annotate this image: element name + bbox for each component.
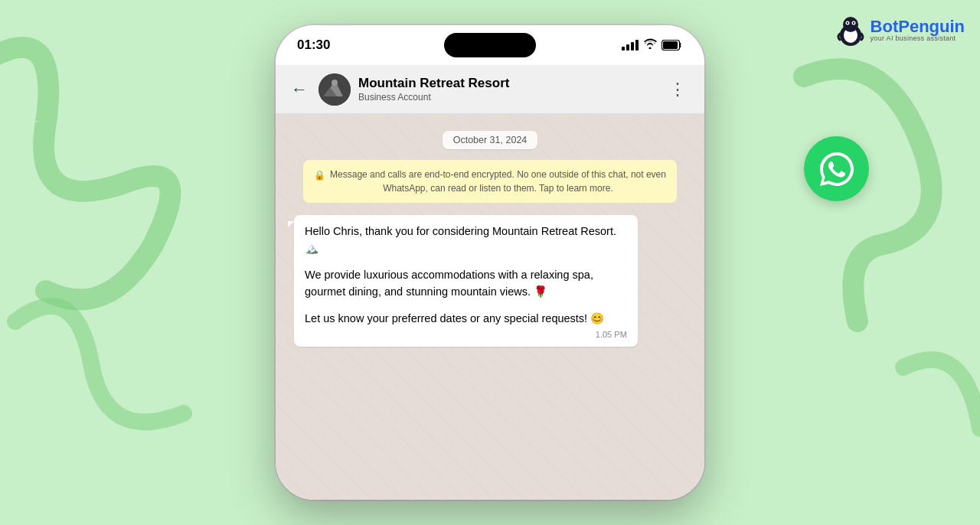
message-bubble: Hello Chris, thank you for considering M… xyxy=(294,215,638,347)
dynamic-island xyxy=(444,33,536,57)
botpenguin-logo: BotPenguin your AI business assistant xyxy=(835,14,965,47)
botpenguin-name: BotPenguin xyxy=(871,18,965,35)
wifi-icon xyxy=(643,38,657,52)
message-text: Hello Chris, thank you for considering M… xyxy=(305,223,627,327)
whatsapp-bubble xyxy=(804,136,869,201)
botpenguin-tagline: your AI business assistant xyxy=(871,35,965,43)
chat-area: October 31, 2024 🔒 Message and calls are… xyxy=(276,114,704,500)
lock-icon: 🔒 xyxy=(314,168,325,182)
encryption-notice[interactable]: 🔒 Message and calls are end-to-end encry… xyxy=(303,160,677,203)
status-bar: 01:30 xyxy=(276,25,704,65)
bot-text: Bot xyxy=(871,17,899,36)
chat-header: ← Mountain Retreat Resort Business Accou… xyxy=(276,65,704,114)
phone-frame: 01:30 xyxy=(276,25,704,500)
svg-point-2 xyxy=(843,17,858,32)
battery-icon xyxy=(662,40,683,51)
svg-point-12 xyxy=(332,80,338,86)
date-badge-label: October 31, 2024 xyxy=(443,131,538,149)
penguin-text: Penguin xyxy=(898,17,965,36)
chat-content: October 31, 2024 🔒 Message and calls are… xyxy=(276,114,704,356)
svg-point-5 xyxy=(846,22,848,24)
message-paragraph-1: Hello Chris, thank you for considering M… xyxy=(305,223,627,257)
menu-button[interactable]: ⋮ xyxy=(663,77,692,103)
encryption-text: Message and calls are end-to-end encrypt… xyxy=(330,168,666,195)
svg-rect-8 xyxy=(663,41,678,49)
status-icons xyxy=(622,38,683,52)
status-time: 01:30 xyxy=(297,38,330,53)
botpenguin-brand-text: BotPenguin your AI business assistant xyxy=(871,18,965,43)
message-paragraph-2: We provide luxurious accommodations with… xyxy=(305,266,627,301)
contact-status: Business Account xyxy=(358,92,655,103)
message-time: 1.05 PM xyxy=(305,330,627,339)
back-button[interactable]: ← xyxy=(288,77,311,103)
contact-info: Mountain Retreat Resort Business Account xyxy=(358,76,655,102)
contact-name: Mountain Retreat Resort xyxy=(358,76,655,91)
contact-avatar xyxy=(318,73,351,106)
botpenguin-icon xyxy=(835,14,866,47)
signal-bars-icon xyxy=(622,40,639,51)
svg-point-6 xyxy=(852,22,854,24)
message-paragraph-3: Let us know your preferred dates or any … xyxy=(305,310,627,327)
date-badge: October 31, 2024 xyxy=(288,131,692,149)
